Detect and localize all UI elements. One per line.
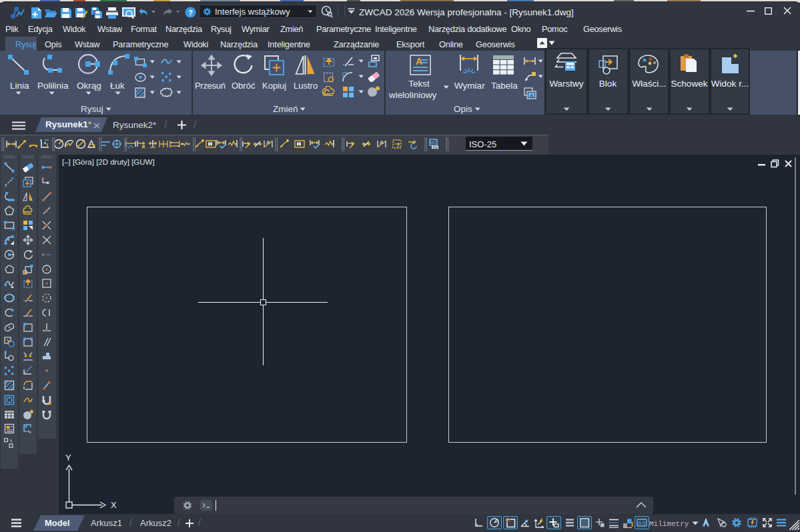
svg-text:M2: M2 (430, 140, 436, 145)
svg-text:A: A (530, 93, 533, 98)
svg-text:?: ? (188, 9, 193, 17)
svg-text:A: A (416, 56, 422, 67)
svg-text:0.0: 0.0 (638, 520, 646, 526)
